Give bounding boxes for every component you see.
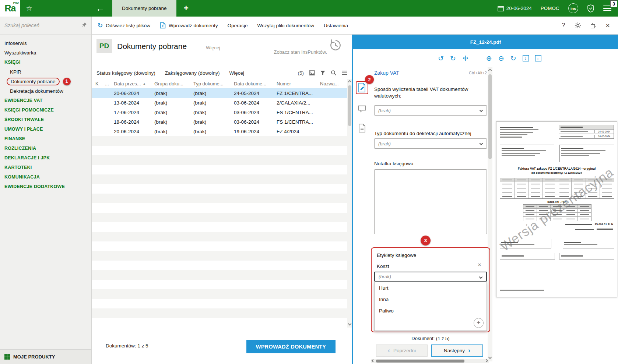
scroll-down-icon[interactable] — [488, 356, 492, 359]
split-view-icon[interactable] — [462, 55, 469, 61]
scroll-up-icon[interactable] — [348, 80, 352, 84]
reset-zoom-icon[interactable]: ↻ — [510, 55, 516, 62]
favorites-star-icon[interactable]: ☆ — [20, 0, 38, 17]
new-tab-button[interactable]: + — [184, 3, 189, 13]
dropdown-option-hurt[interactable]: Hurt — [375, 282, 487, 294]
dropdown-option-inna[interactable]: Inna — [375, 294, 487, 305]
comments-tab-icon[interactable] — [358, 105, 366, 114]
sidebar-item-kartoteki[interactable]: KARTOTEKI — [0, 163, 91, 172]
sidebar-item-księgi[interactable]: KSIĘGI — [0, 57, 91, 67]
pin-icon[interactable] — [81, 22, 87, 29]
vat-calc-method-select[interactable]: (brak) — [374, 105, 487, 116]
column-header-4[interactable]: Grupa doku... — [151, 81, 190, 86]
search-icon[interactable] — [331, 70, 337, 76]
zakup-vat-link[interactable]: Zakup VAT — [374, 70, 399, 76]
column-header-1[interactable]: K — [92, 81, 101, 86]
previous-document-button[interactable]: ‹ Poprzedni — [376, 344, 428, 357]
table-row[interactable]: 20-06-2024(brak)(brak)19-06-2024FZ 4/202… — [92, 127, 348, 136]
settings-menu[interactable]: Ustawienia — [324, 23, 348, 28]
scroll-left-icon[interactable] — [372, 359, 375, 362]
scroll-thumb[interactable] — [376, 360, 464, 363]
column-header-2[interactable]: ... — [101, 81, 110, 86]
column-header-7[interactable]: Numer — [273, 81, 316, 86]
tab-dokumenty-pobrane[interactable]: Dokumenty pobrane — [112, 0, 176, 17]
restore-window-icon[interactable] — [591, 23, 596, 28]
table-scrollbar[interactable] — [347, 79, 352, 328]
document-edit-icon — [358, 83, 366, 92]
sidebar-item-deklaracje-i-jpk[interactable]: DEKLARACJE I JPK — [0, 153, 91, 163]
sidebar-item-środki-trwałe[interactable]: ŚRODKI TRWAŁE — [0, 115, 91, 124]
zoom-in-icon[interactable]: ⊕ — [486, 55, 492, 62]
load-document-files-button[interactable]: Wczytaj pliki dokumentów — [257, 23, 314, 28]
table-row[interactable]: 17-06-2024(brak)(brak)03-06-2024FS 1/CEN… — [92, 107, 348, 117]
sidebar-item-infoserwis[interactable]: Infoserwis — [0, 38, 91, 48]
table-row[interactable]: 18-06-2024(brak)(brak)03-06-2024FS 1/CEN… — [92, 117, 348, 127]
next-document-button[interactable]: Następny › — [431, 344, 483, 357]
shield-icon[interactable] — [587, 4, 594, 13]
sidebar-item-ewidencje-vat[interactable]: EWIDENCJE VAT — [0, 96, 91, 105]
refresh-files-button[interactable]: ↻ Odśwież listę plików — [98, 22, 150, 29]
column-header-3[interactable]: Data przes...▲ — [110, 81, 151, 86]
sidebar-item-ewidencje-dodatkowe[interactable]: EWIDENCJE DODATKOWE — [0, 182, 91, 191]
fit-height-icon[interactable]: ↕ — [523, 55, 529, 61]
add-label-button[interactable]: + — [474, 318, 484, 328]
accounting-note-textarea[interactable] — [374, 169, 487, 234]
rotate-left-icon[interactable]: ↺ — [438, 55, 444, 62]
table-row[interactable]: 13-06-2024(brak)(brak)03-06-20242/GALAXI… — [92, 98, 348, 107]
scroll-down-icon[interactable] — [348, 322, 352, 326]
column-header-5[interactable]: Typ dokume... — [190, 81, 230, 86]
insert-logo-icon[interactable]: ins — [568, 3, 578, 13]
help-menu[interactable]: POMOC — [541, 6, 559, 11]
image-view-icon[interactable] — [309, 70, 315, 75]
command-search[interactable] — [0, 17, 91, 35]
sidebar-item-finanse[interactable]: FINANSE — [0, 134, 91, 144]
title-more-link[interactable]: Więcej — [206, 45, 220, 50]
auto-decretation-type-select[interactable]: (brak) — [374, 138, 487, 149]
filter-funnel-icon[interactable] — [320, 70, 326, 75]
sidebar-item-dekretacja-dokumentów[interactable]: Dekretacja dokumentów — [0, 86, 91, 96]
filter-status[interactable]: Status księgowy (dowolny) — [96, 70, 155, 76]
sidebar-item-kpir[interactable]: KPiR — [0, 67, 91, 77]
operations-menu[interactable]: Operacje — [228, 23, 248, 28]
back-arrow-icon[interactable]: ← — [93, 0, 107, 17]
gear-icon[interactable] — [575, 22, 581, 29]
sidebar-item-rozliczenia[interactable]: ROZLICZENIA — [0, 144, 91, 153]
pdf-preview-area[interactable]: 24-05-2024 24-05-2024 Faktura VAT zakupu… — [493, 67, 618, 364]
filter-booked[interactable]: Zaksięgowany (dowolny) — [165, 70, 220, 76]
enter-documents-primary-button[interactable]: WPROWADŹ DOKUMENTY — [246, 340, 336, 353]
notification-count-badge[interactable]: 3 — [610, 0, 617, 7]
close-icon[interactable]: × — [605, 21, 610, 30]
help-icon[interactable]: ? — [562, 22, 565, 29]
table-row[interactable]: 20-06-2024(brak)(brak)24-05-2024FZ 1/CEN… — [92, 88, 348, 98]
zoom-out-icon[interactable]: ⊖ — [498, 55, 504, 62]
panel-vertical-scrollbar[interactable] — [488, 67, 492, 361]
enter-documents-button[interactable]: Wprowadź dokumenty — [160, 22, 218, 29]
form-horizontal-scrollbar[interactable] — [371, 359, 489, 363]
scroll-thumb[interactable] — [348, 85, 351, 126]
app-logo[interactable]: Ra PRO — [0, 0, 20, 17]
column-header-6[interactable]: Data dokume... — [230, 81, 273, 86]
inspunkty-status-link[interactable]: Zobacz stan InsPunktów. — [274, 49, 327, 55]
list-view-icon[interactable] — [342, 71, 347, 75]
fit-width-icon[interactable]: ↔ — [535, 55, 541, 61]
dropdown-option-paliwo[interactable]: Paliwo — [375, 305, 487, 317]
sidebar-item-umowy-i-płace[interactable]: UMOWY I PŁACE — [0, 124, 91, 134]
sidebar-item-wyszukiwarka[interactable]: Wyszukiwarka — [0, 48, 91, 57]
koszt-select[interactable]: (brak) — [374, 272, 487, 282]
my-products-button[interactable]: MOJE PRODUKTY — [0, 349, 91, 364]
history-refresh-icon[interactable] — [329, 38, 343, 53]
attachments-tab-icon[interactable] — [358, 124, 366, 134]
command-search-input[interactable] — [4, 22, 78, 28]
sidebar-item-komunikacja[interactable]: KOMUNIKACJA — [0, 172, 91, 182]
clear-field-icon[interactable]: × — [478, 261, 481, 269]
scroll-up-icon[interactable] — [488, 69, 492, 73]
filter-more[interactable]: Więcej — [229, 70, 244, 76]
enter-documents-label: Wprowadź dokumenty — [169, 23, 218, 28]
rotate-right-icon[interactable]: ↻ — [450, 55, 456, 62]
column-header-8[interactable]: Nazwa... — [316, 81, 348, 86]
column-header-label: Nazwa... — [320, 81, 339, 86]
sidebar-item-księgi-pomocnicze[interactable]: KSIĘGI POMOCNICZE — [0, 105, 91, 115]
current-date[interactable]: 20-06-2024 — [498, 6, 532, 11]
sidebar-item-dokumenty-pobrane[interactable]: Dokumenty pobrane1 — [0, 77, 91, 86]
scroll-thumb[interactable] — [488, 74, 492, 159]
